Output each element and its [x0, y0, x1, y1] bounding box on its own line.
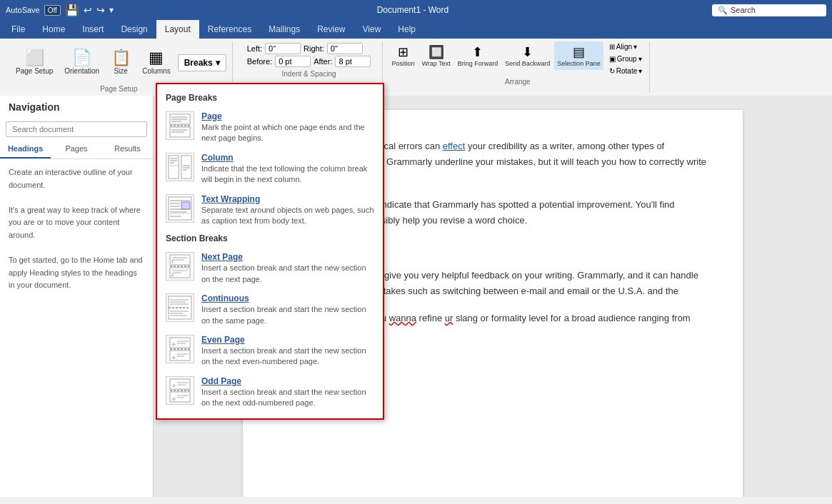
break-item-odd-page[interactable]: -1- -3- Odd Page Insert a section break … [157, 372, 383, 413]
size-button[interactable]: 📋 Size [106, 47, 135, 78]
selection-pane-icon: ▤ [573, 44, 585, 60]
tab-review[interactable]: Review [309, 20, 354, 39]
spacing-before-label: Before: [247, 57, 272, 66]
arrange-items: ⊞ Position 🔲 Wrap Text ⬆ Bring Forward ⬇… [389, 41, 646, 76]
text-wrapping-name: Text Wrapping [201, 194, 374, 204]
break-item-column[interactable]: Column Indicate that the text following … [157, 148, 383, 190]
size-icon: 📋 [111, 50, 131, 66]
send-backward-button[interactable]: ⬇ Send Backward [502, 41, 553, 70]
spacing-row: Before: After: [247, 56, 371, 67]
indent-right-label: Right: [304, 44, 324, 53]
next-page-text: Next Page Insert a section break and sta… [201, 252, 374, 285]
spacing-after-label: After: [314, 57, 332, 66]
group-button[interactable]: ▣ Group ▾ [605, 54, 646, 64]
tab-references[interactable]: References [199, 20, 260, 39]
nav-tab-headings[interactable]: Headings [0, 140, 51, 158]
nav-tab-results[interactable]: Results [102, 140, 153, 158]
titlebar: AutoSave Off 💾 ↩ ↪ ▾ Document1 - Word 🔍 … [0, 0, 832, 20]
align-button[interactable]: ⊞ Align ▾ [605, 41, 646, 52]
even-page-text: Even Page Insert a section break and sta… [201, 335, 374, 368]
bring-forward-label: Bring Forward [458, 60, 498, 67]
break-item-continuous[interactable]: Continuous Insert a section break and st… [157, 289, 383, 331]
text-wrapping-break-text: Text Wrapping Separate text around objec… [201, 194, 374, 227]
tab-home[interactable]: Home [34, 20, 74, 39]
svg-text:2: 2 [171, 273, 174, 277]
column-break-desc: Indicate that the text following the col… [201, 163, 374, 186]
tab-layout[interactable]: Layout [156, 20, 199, 39]
undo-icon[interactable]: ↩ [84, 4, 92, 16]
rotate-icon: ↻ [609, 67, 615, 75]
continuous-name: Continuous [201, 293, 374, 303]
column-break-text: Column Indicate that the text following … [201, 153, 374, 186]
wrap-text-icon: 🔲 [428, 44, 444, 60]
next-page-icon: 1 2 [166, 252, 194, 281]
margins-button[interactable]: ⬜ Page Setup [11, 47, 57, 78]
continuous-text: Continuous Insert a section break and st… [201, 293, 374, 326]
breaks-button[interactable]: Breaks ▾ [178, 54, 226, 71]
ribbon-group-arrange: ⊞ Position 🔲 Wrap Text ⬆ Bring Forward ⬇… [386, 41, 650, 93]
rotate-label: Rotate [616, 67, 637, 75]
tab-file[interactable]: File [3, 20, 34, 39]
position-button[interactable]: ⊞ Position [389, 41, 417, 70]
break-item-text-wrapping[interactable]: Text Wrapping Separate text around objec… [157, 190, 383, 231]
continuous-desc: Insert a section break and start the new… [201, 304, 374, 326]
bring-forward-button[interactable]: ⬆ Bring Forward [455, 41, 501, 70]
next-page-desc: Insert a section break and start the new… [201, 263, 374, 285]
odd-page-text: Odd Page Insert a section break and star… [201, 376, 374, 409]
ur-text: ur [445, 313, 453, 323]
tab-help[interactable]: Help [389, 20, 424, 39]
autosave-label: AutoSave [6, 6, 40, 14]
arrange-group-title: Arrange [505, 78, 531, 86]
tab-insert[interactable]: Insert [74, 20, 112, 39]
selection-pane-button[interactable]: ▤ Selection Pane [554, 41, 603, 70]
continuous-icon [166, 293, 194, 322]
nav-tab-pages[interactable]: Pages [51, 140, 101, 158]
group-icon: ▣ [609, 55, 616, 63]
indent-left-row: Left: Right: [247, 43, 371, 54]
indent-left-input[interactable] [265, 43, 301, 54]
columns-icon: ▦ [149, 50, 164, 66]
position-icon: ⊞ [398, 44, 409, 60]
breaks-dropdown-arrow: ▾ [216, 58, 220, 68]
redo-icon[interactable]: ↪ [96, 4, 105, 16]
columns-button[interactable]: ▦ Columns [138, 47, 174, 78]
nav-search-input[interactable] [6, 121, 147, 137]
break-item-page[interactable]: Page Mark the point at which one page en… [157, 107, 383, 148]
svg-rect-9 [181, 156, 191, 178]
spacing-after-input[interactable] [335, 56, 371, 67]
save-icon[interactable]: 💾 [65, 4, 79, 17]
indent-spacing-items: Left: Right: Before: After: [241, 41, 377, 69]
selection-pane-label: Selection Pane [557, 60, 601, 67]
wrap-text-button[interactable]: 🔲 Wrap Text [418, 41, 453, 70]
autosave-toggle[interactable]: Off [44, 5, 61, 16]
orientation-icon: 📄 [72, 50, 91, 66]
align-label: Align [616, 43, 632, 51]
search-bar[interactable]: 🔍 Search [712, 4, 826, 16]
tab-mailings[interactable]: Mailings [260, 20, 309, 39]
text-wrapping-icon [166, 194, 194, 223]
breaks-dropdown: Page Breaks Page Mark the point at which… [156, 83, 384, 420]
titlebar-left: AutoSave Off 💾 ↩ ↪ ▾ [6, 4, 114, 17]
doc-title: Document1 - Word [377, 5, 448, 15]
tab-view[interactable]: View [354, 20, 390, 39]
rotate-arrow: ▾ [638, 67, 642, 75]
send-backward-label: Send Backward [505, 60, 550, 67]
ribbon-content: ⬜ Page Setup 📄 Orientation 📋 Size ▦ Colu… [0, 39, 832, 96]
break-item-even-page[interactable]: -2- -4- Even Page Insert a section break… [157, 331, 383, 372]
next-page-name: Next Page [201, 252, 374, 262]
position-label: Position [391, 60, 414, 67]
margins-icon: ⬜ [25, 50, 44, 66]
page-setup-group-title: Page Setup [100, 85, 137, 93]
nav-tabs: Headings Pages Results [0, 140, 153, 159]
group-label: Group [617, 55, 637, 63]
indent-right-input[interactable] [327, 43, 363, 54]
rotate-button[interactable]: ↻ Rotate ▾ [605, 66, 646, 76]
spacing-before-input[interactable] [275, 56, 311, 67]
wrap-text-label: Wrap Text [421, 60, 450, 67]
orientation-button[interactable]: 📄 Orientation [60, 47, 104, 78]
odd-page-desc: Insert a section break and start the new… [201, 387, 374, 409]
tab-design[interactable]: Design [112, 20, 156, 39]
search-icon: 🔍 [718, 6, 728, 15]
break-item-next-page[interactable]: 1 2 Next Page Insert a section break and… [157, 248, 383, 289]
quick-access-icon[interactable]: ▾ [109, 5, 114, 15]
